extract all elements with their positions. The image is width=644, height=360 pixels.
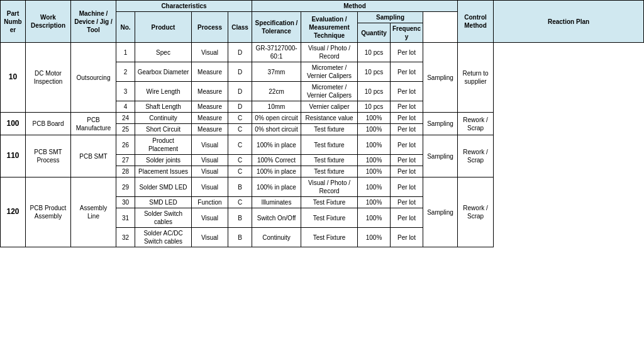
- product-cell: Short Circuit: [135, 124, 192, 135]
- spec-cell: 100% in place: [252, 177, 301, 197]
- quantity-cell: 100%: [358, 113, 391, 124]
- no-cell: 25: [116, 124, 135, 135]
- process-cell: Visual: [192, 43, 228, 62]
- work-desc-cell: PCB SMT Process: [26, 135, 71, 177]
- work-desc-cell: DC Motor Inspection: [26, 43, 71, 113]
- no-cell: 3: [116, 82, 135, 101]
- characteristics-group: Characteristics: [116, 1, 252, 12]
- no-cell: 1: [116, 43, 135, 62]
- eval-cell: Test fixture: [301, 166, 358, 177]
- work-desc-cell: PCB Product Assembly: [26, 177, 71, 247]
- sampling-group: Sampling: [358, 12, 423, 23]
- quantity-cell: 100%: [358, 166, 391, 177]
- eval-cell: Resistance value: [301, 113, 358, 124]
- quantity-cell: 100%: [358, 124, 391, 135]
- no-cell: 2: [116, 62, 135, 82]
- quantity-cell: 100%: [358, 177, 391, 197]
- spec-cell: 0% short circuit: [252, 124, 301, 135]
- quantity-cell: 10 pcs: [358, 62, 391, 82]
- product-cell: Placement Issues: [135, 166, 192, 177]
- product-cell: Solder Switch cables: [135, 208, 192, 228]
- process-cell: Visual: [192, 177, 228, 197]
- quantity-cell: 100%: [358, 208, 391, 228]
- no-cell: 30: [116, 197, 135, 208]
- class-cell: C: [228, 113, 252, 124]
- col-process: Process: [192, 12, 228, 43]
- col-class: Class: [228, 12, 252, 43]
- spec-cell: 37mm: [252, 62, 301, 82]
- frequency-cell: Per lot: [391, 166, 423, 177]
- control-method-cell: Sampling: [423, 135, 458, 177]
- reaction-plan-cell: Rework / Scrap: [458, 135, 494, 177]
- eval-cell: Test fixture: [301, 135, 358, 155]
- no-cell: 28: [116, 166, 135, 177]
- spec-cell: 100% in place: [252, 135, 301, 155]
- header-row-1: Part Number Work Description Machine / D…: [1, 1, 644, 12]
- spec-cell: Continuity: [252, 228, 301, 247]
- process-cell: Visual: [192, 166, 228, 177]
- product-cell: Solder joints: [135, 155, 192, 166]
- no-cell: 32: [116, 228, 135, 247]
- class-cell: C: [228, 197, 252, 208]
- frequency-cell: Per lot: [391, 43, 423, 62]
- quantity-cell: 100%: [358, 228, 391, 247]
- part-number-cell: 110: [1, 135, 26, 177]
- spec-cell: Illuminates: [252, 197, 301, 208]
- class-cell: D: [228, 62, 252, 82]
- col-reaction-plan: Reaction Plan: [494, 1, 644, 43]
- product-cell: Solder SMD LED: [135, 177, 192, 197]
- no-cell: 24: [116, 113, 135, 124]
- class-cell: C: [228, 166, 252, 177]
- frequency-cell: Per lot: [391, 113, 423, 124]
- no-cell: 29: [116, 177, 135, 197]
- machine-cell: Assembly Line: [71, 177, 116, 247]
- frequency-cell: Per lot: [391, 101, 423, 113]
- part-number-cell: 120: [1, 177, 26, 247]
- eval-cell: Vernier caliper: [301, 101, 358, 113]
- product-cell: SMD LED: [135, 197, 192, 208]
- col-quantity: Quantity: [358, 23, 391, 43]
- product-cell: Solder AC/DC Switch cables: [135, 228, 192, 247]
- product-cell: Continuity: [135, 113, 192, 124]
- machine-cell: PCB Manufacture: [71, 113, 116, 135]
- frequency-cell: Per lot: [391, 228, 423, 247]
- process-cell: Measure: [192, 101, 228, 113]
- quantity-cell: 100%: [358, 197, 391, 208]
- process-cell: Visual: [192, 135, 228, 155]
- machine-cell: PCB SMT: [71, 135, 116, 177]
- table-row: 100PCB BoardPCB Manufacture24ContinuityM…: [1, 113, 644, 124]
- eval-cell: Test Fixture: [301, 208, 358, 228]
- no-cell: 31: [116, 208, 135, 228]
- product-cell: Product Placement: [135, 135, 192, 155]
- eval-cell: Micrometer / Vernier Calipers: [301, 62, 358, 82]
- frequency-cell: Per lot: [391, 82, 423, 101]
- class-cell: D: [228, 43, 252, 62]
- no-cell: 27: [116, 155, 135, 166]
- machine-cell: Outsourcing: [71, 43, 116, 113]
- frequency-cell: Per lot: [391, 135, 423, 155]
- product-cell: Wire Length: [135, 82, 192, 101]
- spec-cell: Switch On/Off: [252, 208, 301, 228]
- class-cell: C: [228, 155, 252, 166]
- quantity-cell: 10 pcs: [358, 43, 391, 62]
- spec-cell: 0% open circuit: [252, 113, 301, 124]
- eval-cell: Visual / Photo / Record: [301, 177, 358, 197]
- spec-cell: 10mm: [252, 101, 301, 113]
- control-plan-table: Part Number Work Description Machine / D…: [0, 0, 644, 247]
- product-cell: Spec: [135, 43, 192, 62]
- control-method-cell: Sampling: [423, 43, 458, 113]
- class-cell: B: [228, 208, 252, 228]
- process-cell: Measure: [192, 82, 228, 101]
- control-method-cell: Sampling: [423, 113, 458, 135]
- process-cell: Visual: [192, 208, 228, 228]
- work-desc-cell: PCB Board: [26, 113, 71, 135]
- spec-cell: 100% Correct: [252, 155, 301, 166]
- spec-cell: 22cm: [252, 82, 301, 101]
- col-eval: Evaluation / Measurement Technique: [301, 12, 358, 43]
- reaction-plan-cell: Rework / Scrap: [458, 113, 494, 135]
- col-machine: Machine / Device / Jig / Tool: [71, 1, 116, 43]
- frequency-cell: Per lot: [391, 177, 423, 197]
- table-row: 10DC Motor InspectionOutsourcing1SpecVis…: [1, 43, 644, 62]
- part-number-cell: 10: [1, 43, 26, 113]
- process-cell: Visual: [192, 228, 228, 247]
